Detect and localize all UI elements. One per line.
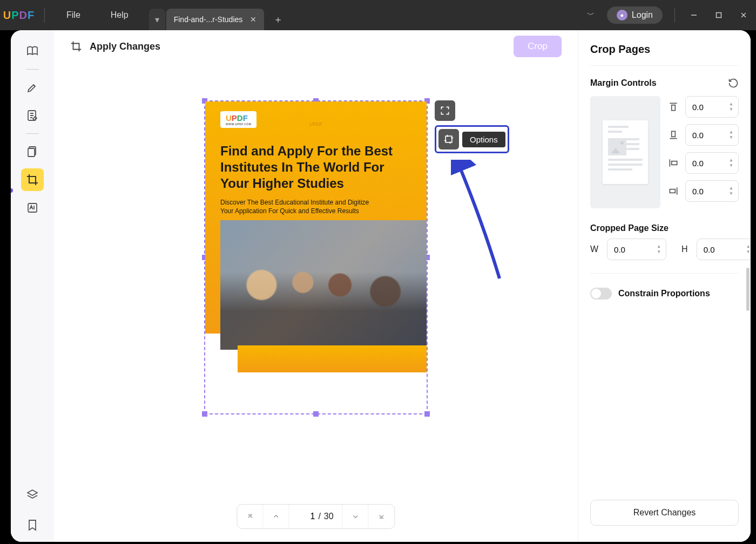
margin-left-icon bbox=[668, 158, 680, 168]
crop-tool-icon[interactable] bbox=[21, 168, 44, 191]
page-hero: UPDF WWW.UPDF.COM UPDF Find and Apply Fo… bbox=[205, 101, 427, 334]
margin-top-icon bbox=[668, 101, 680, 112]
last-page-icon[interactable] bbox=[369, 505, 395, 528]
width-input[interactable]: ▲▼ bbox=[607, 239, 666, 260]
document-tab[interactable]: Find-and-...r-Studies ✕ bbox=[166, 9, 265, 30]
crop-panel: Crop Pages Margin Controls bbox=[578, 30, 751, 542]
constrain-label: Constrain Proportions bbox=[618, 289, 710, 298]
margin-controls-title: Margin Controls bbox=[590, 78, 657, 88]
separator bbox=[44, 8, 45, 23]
tab-bar: ▾ Find-and-...r-Studies ✕ ＋ bbox=[149, 0, 288, 30]
maximize-button[interactable] bbox=[706, 0, 731, 30]
options-tooltip: Options bbox=[462, 132, 505, 147]
edit-tool-icon[interactable] bbox=[21, 104, 44, 127]
svg-rect-1 bbox=[717, 13, 721, 18]
page-navigator: / 30 bbox=[237, 504, 395, 529]
crop-handle[interactable] bbox=[313, 411, 319, 417]
margin-bottom-icon bbox=[668, 130, 680, 140]
app-body: Apply Changes Crop UPDF WWW.UPDF.COM bbox=[11, 30, 751, 542]
login-button[interactable]: ● Login bbox=[607, 6, 663, 24]
next-page-icon[interactable] bbox=[343, 505, 369, 528]
document-page[interactable]: UPDF WWW.UPDF.COM UPDF Find and Apply Fo… bbox=[204, 100, 428, 414]
separator bbox=[674, 8, 675, 23]
watermark-tool-icon[interactable] bbox=[21, 196, 44, 219]
active-indicator-dot bbox=[11, 188, 13, 193]
page-indicator: / 30 bbox=[289, 505, 342, 528]
apply-changes-label: Apply Changes bbox=[90, 41, 160, 52]
crop-button[interactable]: Crop bbox=[514, 36, 562, 57]
reader-tool-icon[interactable] bbox=[21, 40, 44, 63]
crop-options-button[interactable]: Options bbox=[435, 125, 509, 153]
page-title: Find and Apply For the Best Institutes I… bbox=[220, 143, 393, 192]
titlebar: UPDF File Help ▾ Find-and-...r-Studies ✕… bbox=[0, 0, 756, 30]
margin-right-icon bbox=[668, 186, 680, 196]
chevron-down-icon[interactable]: ﹀ bbox=[580, 10, 602, 20]
svg-rect-14 bbox=[672, 131, 676, 137]
margin-right-input[interactable]: ▲▼ bbox=[685, 180, 739, 202]
page-number-input[interactable] bbox=[298, 512, 315, 521]
page-accent-bar bbox=[238, 345, 427, 372]
fit-screen-icon[interactable] bbox=[435, 100, 455, 121]
first-page-icon[interactable] bbox=[237, 505, 263, 528]
close-icon[interactable]: ✕ bbox=[250, 15, 256, 24]
add-tab-button[interactable]: ＋ bbox=[268, 9, 288, 30]
separator bbox=[26, 133, 39, 134]
page-sep: / bbox=[318, 512, 320, 521]
svg-rect-8 bbox=[446, 136, 452, 142]
left-tool-rail bbox=[11, 30, 54, 542]
scrollbar[interactable] bbox=[746, 268, 750, 311]
page-logo-badge: UPDF WWW.UPDF.COM bbox=[220, 111, 256, 128]
tab-title: Find-and-...r-Studies bbox=[174, 15, 243, 24]
separator bbox=[590, 65, 739, 66]
cropped-size-title: Cropped Page Size bbox=[590, 223, 739, 233]
layers-icon[interactable] bbox=[21, 484, 44, 506]
margin-top-input[interactable]: ▲▼ bbox=[685, 96, 739, 118]
prev-page-icon[interactable] bbox=[263, 505, 289, 528]
panel-title: Crop Pages bbox=[590, 43, 739, 56]
reset-icon[interactable] bbox=[728, 78, 739, 89]
canvas-area: Apply Changes Crop UPDF WWW.UPDF.COM bbox=[54, 30, 578, 542]
svg-rect-12 bbox=[672, 105, 676, 111]
page-photo bbox=[220, 220, 427, 350]
crop-handle[interactable] bbox=[202, 411, 207, 417]
separator bbox=[26, 69, 39, 70]
page-subtitle: Discover The Best Educational Institute … bbox=[220, 198, 382, 215]
width-label: W bbox=[590, 244, 598, 254]
close-window-button[interactable] bbox=[731, 0, 756, 30]
height-label: H bbox=[681, 244, 688, 254]
height-input[interactable]: ▲▼ bbox=[697, 239, 751, 260]
separator bbox=[590, 273, 739, 274]
crop-options-icon bbox=[438, 129, 459, 149]
tab-dropdown-icon[interactable]: ▾ bbox=[149, 9, 165, 30]
margin-bottom-input[interactable]: ▲▼ bbox=[685, 124, 739, 146]
margin-preview bbox=[590, 96, 660, 208]
constrain-proportions-toggle[interactable] bbox=[590, 288, 612, 300]
menu-file[interactable]: File bbox=[51, 10, 96, 20]
revert-changes-button[interactable]: Revert Changes bbox=[590, 500, 739, 526]
margin-left-input[interactable]: ▲▼ bbox=[685, 152, 739, 174]
svg-rect-16 bbox=[672, 161, 677, 165]
menu-help[interactable]: Help bbox=[96, 10, 144, 20]
svg-rect-6 bbox=[28, 148, 35, 157]
highlighter-tool-icon[interactable] bbox=[21, 76, 44, 99]
crop-icon bbox=[70, 40, 82, 52]
bookmark-icon[interactable] bbox=[21, 514, 44, 536]
crop-handle[interactable] bbox=[424, 411, 430, 417]
annotation-arrow-icon bbox=[451, 160, 516, 284]
canvas-header: Apply Changes Crop bbox=[54, 30, 578, 63]
login-label: Login bbox=[632, 10, 653, 20]
page-logo-subtext: WWW.UPDF.COM bbox=[226, 123, 251, 126]
organize-tool-icon[interactable] bbox=[21, 140, 44, 163]
svg-rect-18 bbox=[670, 189, 675, 193]
minimize-button[interactable] bbox=[681, 0, 706, 30]
page-total: 30 bbox=[324, 512, 334, 521]
avatar-icon: ● bbox=[617, 10, 627, 21]
app-logo: UPDF bbox=[0, 9, 38, 22]
